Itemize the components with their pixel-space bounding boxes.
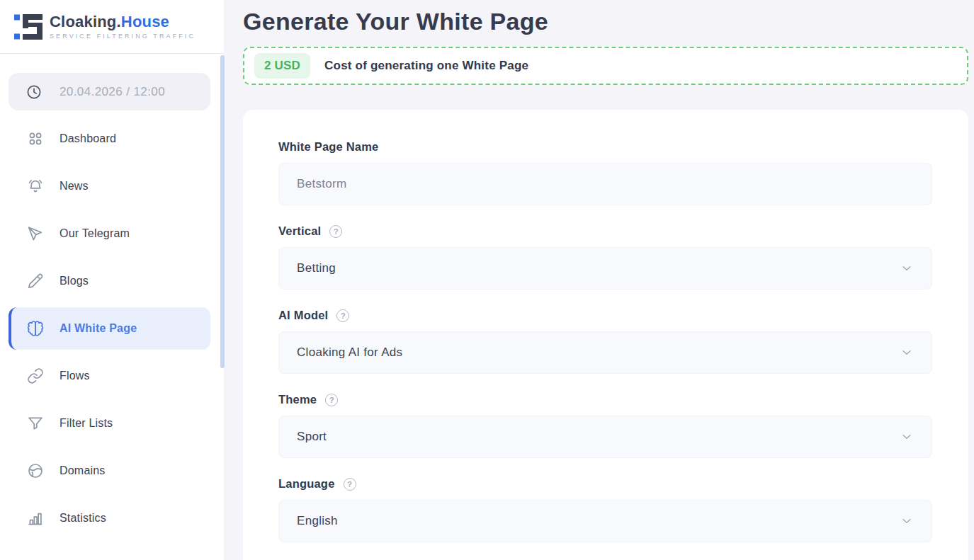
clock-icon: [26, 84, 43, 101]
chevron-down-icon: [900, 346, 913, 359]
help-icon[interactable]: ?: [336, 309, 349, 322]
vertical-selected-value: Betting: [297, 261, 336, 275]
field-label-vertical: Vertical: [278, 224, 321, 238]
sidebar-item-filter-lists[interactable]: Filter Lists: [9, 402, 210, 445]
cost-badge: 2 USD: [254, 53, 310, 79]
field-group-language: Language?English: [278, 477, 933, 542]
datetime-text: 20.04.2026 / 12:00: [60, 85, 165, 99]
sidebar-item-dashboard[interactable]: Dashboard: [9, 118, 210, 160]
bar-chart-icon: [27, 510, 44, 527]
sidebar-item-label: Filter Lists: [60, 417, 113, 430]
sidebar-item-news[interactable]: News: [9, 165, 210, 207]
field-label-theme: Theme: [278, 393, 317, 406]
sidebar-item-statistics[interactable]: Statistics: [9, 497, 210, 539]
datetime-display: 20.04.2026 / 12:00: [9, 73, 210, 110]
grid-icon: [27, 130, 44, 147]
sidebar-item-label: Our Telegram: [60, 227, 130, 240]
help-icon[interactable]: ?: [325, 394, 338, 406]
link-icon: [27, 367, 44, 384]
brain-icon: [27, 320, 44, 337]
bell-icon: [27, 178, 44, 195]
field-group-theme: Theme?Sport: [278, 393, 933, 458]
generate-form-card: White Page NameVertical?BettingAI Model?…: [243, 110, 968, 560]
sidebar-item-label: News: [60, 180, 89, 193]
pencil-icon: [27, 273, 44, 290]
sidebar-nav: DashboardNewsOur TelegramBlogsAI White P…: [0, 118, 224, 539]
sidebar-item-label: Flows: [60, 370, 90, 382]
sidebar-item-label: Blogs: [60, 275, 89, 287]
field-group-ai-model: AI Model?Cloaking AI for Ads: [278, 309, 933, 374]
ai-model-selected-value: Cloaking AI for Ads: [297, 345, 402, 360]
globe-icon: [27, 462, 44, 479]
page-title: Generate Your White Page: [243, 7, 968, 35]
app-title: Cloaking.House: [50, 13, 196, 30]
field-label-ai-model: AI Model: [278, 309, 328, 322]
logo[interactable]: Cloaking.House SERVICE FILTERING TRAFFIC: [0, 0, 224, 54]
ai-model-select[interactable]: Cloaking AI for Ads: [278, 331, 932, 374]
main-content: Generate Your White Page 2 USD Cost of g…: [224, 0, 974, 560]
sidebar-item-label: AI White Page: [60, 322, 137, 335]
sidebar-item-ai-white-page[interactable]: AI White Page: [9, 307, 210, 350]
chevron-down-icon: [900, 262, 913, 275]
vertical-select[interactable]: Betting: [278, 247, 932, 290]
whitepage-form: White Page NameVertical?BettingAI Model?…: [278, 140, 933, 542]
cloaking-house-logo-icon: [13, 11, 44, 42]
language-select[interactable]: English: [278, 500, 932, 542]
help-icon[interactable]: ?: [329, 225, 342, 238]
funnel-icon: [27, 415, 44, 432]
theme-select[interactable]: Sport: [278, 416, 932, 458]
white-page-name-input[interactable]: [278, 163, 932, 205]
chevron-down-icon: [900, 515, 913, 527]
cost-banner-text: Cost of generating one White Page: [324, 59, 528, 73]
sidebar-item-label: Domains: [60, 464, 106, 477]
sidebar: Cloaking.House SERVICE FILTERING TRAFFIC…: [0, 0, 224, 560]
sidebar-item-domains[interactable]: Domains: [9, 450, 210, 492]
app-tagline: SERVICE FILTERING TRAFFIC: [50, 33, 196, 40]
paper-plane-icon: [27, 225, 44, 242]
help-icon[interactable]: ?: [344, 478, 356, 491]
language-selected-value: English: [297, 514, 338, 528]
field-group-vertical: Vertical?Betting: [278, 224, 933, 290]
sidebar-item-flows[interactable]: Flows: [9, 355, 210, 397]
sidebar-item-label: Statistics: [60, 512, 106, 525]
cost-banner: 2 USD Cost of generating one White Page: [243, 47, 968, 85]
field-group-white-page-name: White Page Name: [278, 140, 933, 205]
sidebar-item-label: Dashboard: [60, 132, 116, 145]
chevron-down-icon: [900, 430, 913, 443]
sidebar-item-our-telegram[interactable]: Our Telegram: [9, 212, 210, 255]
sidebar-item-blogs[interactable]: Blogs: [9, 260, 210, 302]
theme-selected-value: Sport: [297, 430, 327, 444]
field-label-language: Language: [278, 477, 335, 491]
field-label-white-page-name: White Page Name: [278, 140, 378, 154]
